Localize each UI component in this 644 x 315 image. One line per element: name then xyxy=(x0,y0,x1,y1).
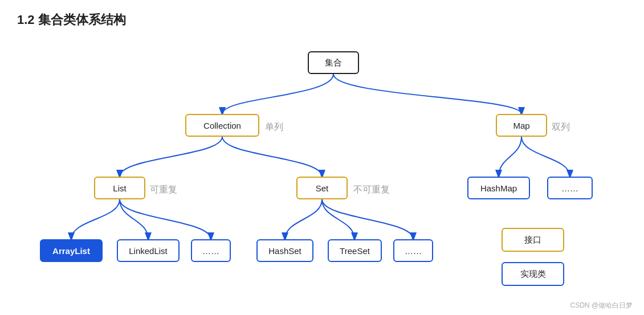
label-no-repeat: 不可重复 xyxy=(353,184,390,196)
node-set-etc: …… xyxy=(393,239,433,262)
page: 1.2 集合类体系结构 xyxy=(0,0,644,315)
node-linkedlist: LinkedList xyxy=(117,239,180,262)
legend-impl-box: 实现类 xyxy=(502,262,564,286)
node-list: List xyxy=(94,177,145,199)
legend-interface: 接口 xyxy=(502,228,564,252)
node-hashset: HashSet xyxy=(256,239,313,262)
node-map-etc: …… xyxy=(547,177,593,199)
node-collection: Collection xyxy=(185,114,259,137)
node-map: Map xyxy=(496,114,547,137)
node-hashmap: HashMap xyxy=(467,177,530,199)
label-repeatable: 可重复 xyxy=(150,184,177,196)
node-treeset: TreeSet xyxy=(328,239,382,262)
label-single: 单列 xyxy=(265,121,283,133)
page-title: 1.2 集合类体系结构 xyxy=(17,11,627,28)
node-arraylist: ArrayList xyxy=(40,239,103,262)
label-double: 双列 xyxy=(552,121,570,133)
footer-text: CSDN @做哈白日梦 xyxy=(570,301,633,310)
node-set: Set xyxy=(296,177,348,199)
diagram: 集合 Collection 单列 Map 双列 List 可重复 Set xyxy=(17,34,627,302)
node-list-etc: …… xyxy=(191,239,231,262)
node-root: 集合 xyxy=(308,51,359,74)
legend-interface-box: 接口 xyxy=(502,228,564,252)
legend-impl: 实现类 xyxy=(502,262,564,286)
